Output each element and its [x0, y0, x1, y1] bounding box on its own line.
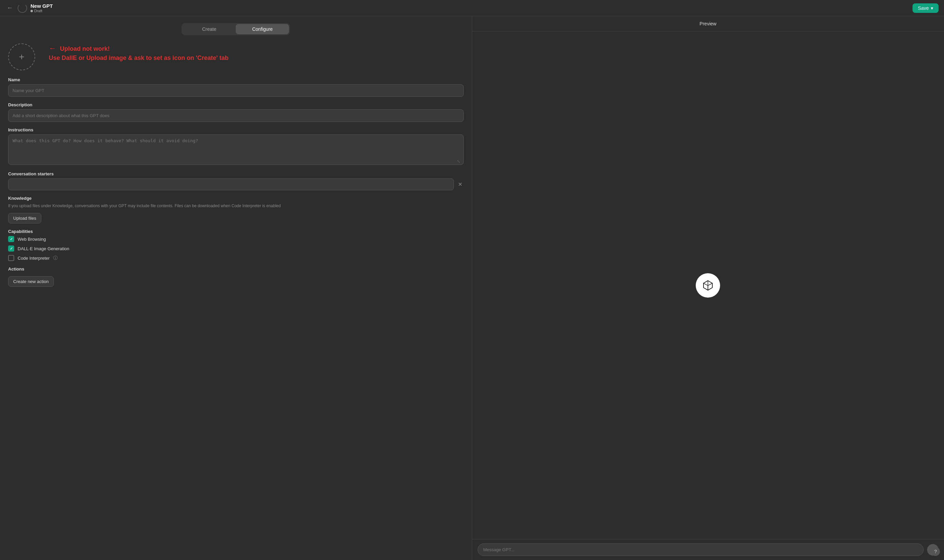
- preview-gpt-icon: [696, 273, 720, 298]
- gpt-title: New GPT: [31, 3, 53, 9]
- right-panel: Preview ↑: [472, 16, 944, 560]
- starter-input[interactable]: [8, 178, 454, 190]
- instructions-textarea[interactable]: [8, 134, 464, 165]
- dalle-label: DALL·E Image Generation: [18, 246, 69, 251]
- web-browsing-label: Web Browsing: [18, 237, 46, 242]
- starter-row: ✕: [8, 178, 464, 190]
- name-field-group: Name: [8, 77, 464, 97]
- knowledge-label: Knowledge: [8, 196, 464, 201]
- message-bar: ↑: [472, 539, 944, 560]
- capabilities-section: Capabilities Web Browsing DALL·E Image G…: [8, 229, 464, 261]
- plus-icon: +: [19, 51, 25, 62]
- resize-icon: ⤡: [456, 158, 462, 165]
- main-layout: Create Configure + ← Upload not work! Us…: [0, 16, 944, 560]
- actions-section: Actions Create new action: [8, 266, 464, 287]
- dalle-checkbox[interactable]: [8, 245, 14, 252]
- code-interpreter-checkbox[interactable]: [8, 255, 14, 261]
- name-label: Name: [8, 77, 464, 82]
- create-action-button[interactable]: Create new action: [8, 276, 54, 287]
- loading-spinner: [18, 3, 27, 13]
- code-interpreter-info-icon[interactable]: ⓘ: [53, 255, 58, 261]
- draft-dot-icon: [31, 10, 33, 12]
- tabs: Create Configure: [182, 23, 290, 35]
- cube-svg-icon: [701, 279, 715, 292]
- gpt-draft-status: Draft: [31, 9, 53, 13]
- tab-create[interactable]: Create: [183, 24, 236, 34]
- preview-content: [472, 31, 944, 539]
- save-button[interactable]: Save ▾: [913, 3, 939, 13]
- tab-configure[interactable]: Configure: [236, 24, 289, 34]
- capability-code-interpreter: Code Interpreter ⓘ: [8, 255, 464, 261]
- capability-web-browsing: Web Browsing: [8, 236, 464, 242]
- left-panel: Create Configure + ← Upload not work! Us…: [0, 16, 472, 560]
- topbar: ← New GPT Draft Save ▾: [0, 0, 944, 16]
- message-input[interactable]: [477, 543, 924, 556]
- code-interpreter-label: Code Interpreter: [18, 255, 50, 261]
- description-label: Description: [8, 102, 464, 107]
- starters-label: Conversation starters: [8, 171, 464, 176]
- upload-files-button[interactable]: Upload files: [8, 213, 41, 223]
- help-button[interactable]: ?: [931, 547, 940, 556]
- knowledge-description: If you upload files under Knowledge, con…: [8, 203, 464, 209]
- web-browsing-checkbox[interactable]: [8, 236, 14, 242]
- annotation-arrow-icon: ←: [49, 44, 56, 52]
- back-button[interactable]: ←: [5, 3, 14, 13]
- preview-header: Preview: [472, 16, 944, 31]
- name-input[interactable]: [8, 84, 464, 97]
- gpt-title-block: New GPT Draft: [31, 3, 53, 13]
- annotation-block: ← Upload not work! Use DallE or Upload i…: [49, 43, 229, 62]
- knowledge-field-group: Knowledge If you upload files under Know…: [8, 196, 464, 223]
- instructions-field-group: Instructions ⤡: [8, 127, 464, 166]
- topbar-left: ← New GPT Draft: [5, 3, 53, 13]
- starters-field-group: Conversation starters ✕: [8, 171, 464, 190]
- capabilities-label: Capabilities: [8, 229, 464, 234]
- instructions-label: Instructions: [8, 127, 464, 132]
- icon-upload-area: + ← Upload not work! Use DallE or Upload…: [8, 43, 464, 71]
- actions-label: Actions: [8, 266, 464, 272]
- icon-upload-circle[interactable]: +: [8, 43, 35, 71]
- starter-close-button[interactable]: ✕: [457, 180, 464, 189]
- capability-dalle: DALL·E Image Generation: [8, 245, 464, 252]
- description-field-group: Description: [8, 102, 464, 122]
- description-input[interactable]: [8, 109, 464, 122]
